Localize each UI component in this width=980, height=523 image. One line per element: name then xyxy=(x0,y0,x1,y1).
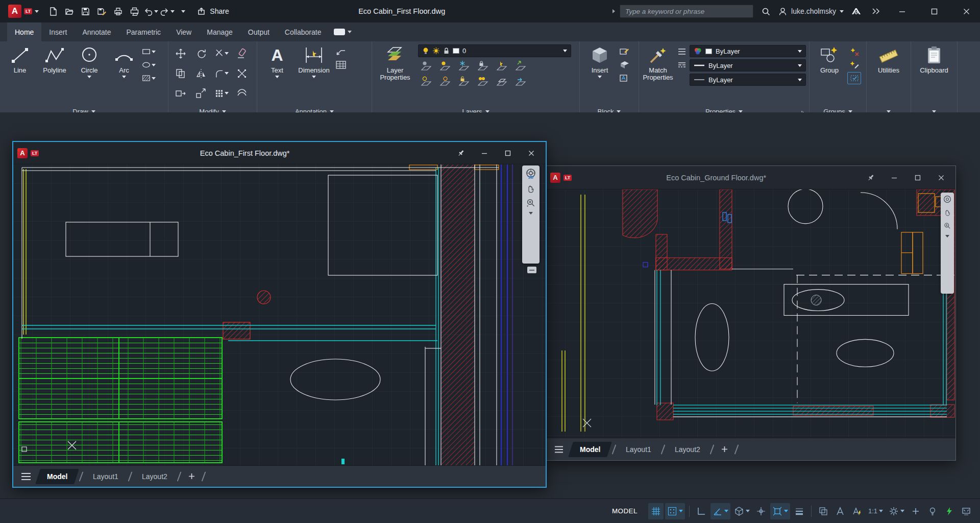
ellipse-tool-button[interactable] xyxy=(142,59,156,71)
window-pin-button[interactable] xyxy=(861,166,881,189)
drawing-canvas[interactable] xyxy=(546,189,955,438)
window-first-floor[interactable]: A LT Eco Cabin_First Floor.dwg* xyxy=(12,141,547,488)
layer-freeze-button[interactable] xyxy=(456,59,473,73)
trim-button[interactable] xyxy=(215,47,229,60)
layer-thaw-button[interactable] xyxy=(437,75,454,88)
clipboard-button[interactable]: Clipboard xyxy=(914,43,954,106)
tab-model[interactable]: Model xyxy=(568,442,612,457)
snap-mode-toggle[interactable] xyxy=(665,503,685,519)
plot-preview-button[interactable] xyxy=(127,4,142,19)
new-layout-button[interactable] xyxy=(184,469,199,484)
copy-button[interactable] xyxy=(174,67,188,80)
tab-layout1[interactable]: Layout1 xyxy=(84,470,128,483)
graphics-performance-button[interactable] xyxy=(942,503,957,519)
tab-insert[interactable]: Insert xyxy=(41,22,75,41)
array-button[interactable] xyxy=(215,87,229,100)
chevron-down-icon[interactable] xyxy=(275,76,279,78)
polyline-tool-button[interactable]: Polyline xyxy=(38,43,71,106)
tab-layout1[interactable]: Layout1 xyxy=(617,443,660,456)
search-button[interactable] xyxy=(758,4,773,19)
explode-button[interactable] xyxy=(235,67,249,80)
chevron-down-icon[interactable] xyxy=(122,76,126,78)
window-minimize-button[interactable] xyxy=(884,166,904,189)
linetype-list-icon[interactable] xyxy=(675,59,689,71)
tab-parametric[interactable]: Parametric xyxy=(118,22,168,41)
stretch-button[interactable] xyxy=(174,87,188,100)
model-space-button[interactable]: MODEL xyxy=(607,504,643,519)
utilities-button[interactable]: Utilities xyxy=(870,43,908,106)
copy-objects-to-layer-button[interactable] xyxy=(494,75,511,88)
app-maximize-button[interactable] xyxy=(920,0,948,22)
ribbon-display-toggle[interactable] xyxy=(334,22,352,41)
grid-display-toggle[interactable] xyxy=(648,503,664,519)
object-snap-tracking-toggle[interactable] xyxy=(753,503,769,519)
group-edit-button[interactable] xyxy=(847,59,861,71)
window-minimize-button[interactable] xyxy=(474,142,495,164)
match-properties-button[interactable]: Match Properties xyxy=(642,43,674,106)
group-button[interactable]: Group xyxy=(813,43,846,106)
navigation-bar[interactable]: 2D xyxy=(522,165,540,264)
drawing-canvas[interactable]: 2D xyxy=(13,164,546,465)
rotate-button[interactable] xyxy=(194,47,208,60)
application-menu-button[interactable]: A LT xyxy=(4,0,43,22)
polar-tracking-toggle[interactable] xyxy=(710,503,730,519)
leader-button[interactable] xyxy=(334,45,348,58)
lineweight-toggle[interactable] xyxy=(792,503,807,519)
isolate-objects-button[interactable] xyxy=(925,503,940,519)
expand-toolbar-icon[interactable] xyxy=(868,4,884,19)
table-button[interactable] xyxy=(334,59,348,71)
open-file-button[interactable] xyxy=(61,4,77,19)
turn-all-layers-on-button[interactable] xyxy=(475,75,492,88)
layer-lock-button[interactable] xyxy=(475,59,492,73)
window-maximize-button[interactable] xyxy=(908,166,928,189)
offset-button[interactable] xyxy=(235,87,249,100)
tab-collaborate[interactable]: Collaborate xyxy=(277,22,329,41)
annotation-scale-button[interactable]: 1:1 xyxy=(866,503,885,519)
search-input[interactable] xyxy=(620,5,753,18)
annotation-visibility-toggle[interactable] xyxy=(832,503,848,519)
layer-match-button[interactable] xyxy=(512,59,530,73)
layout-menu-icon[interactable] xyxy=(18,469,34,484)
fillet-button[interactable] xyxy=(215,67,229,80)
tab-home[interactable]: Home xyxy=(7,22,41,41)
layer-unisolate-button[interactable] xyxy=(418,75,435,88)
hatch-tool-button[interactable] xyxy=(142,72,156,84)
redo-button[interactable] xyxy=(159,4,175,19)
layer-off-button[interactable] xyxy=(418,59,435,73)
object-color-dropdown[interactable]: ByLayer xyxy=(690,45,806,57)
edit-attributes-button[interactable] xyxy=(618,45,631,58)
tab-manage[interactable]: Manage xyxy=(199,22,240,41)
autodesk-apps-button[interactable] xyxy=(848,4,864,19)
annotation-autoscale-toggle[interactable] xyxy=(849,503,865,519)
make-current-layer-button[interactable] xyxy=(494,59,511,73)
tab-layout2[interactable]: Layout2 xyxy=(666,443,709,456)
tab-view[interactable]: View xyxy=(168,22,199,41)
chevron-down-icon[interactable] xyxy=(87,76,91,78)
chevron-down-icon[interactable] xyxy=(312,76,316,78)
selection-cycling-toggle[interactable] xyxy=(816,503,831,519)
object-snap-toggle[interactable] xyxy=(770,503,790,519)
layer-properties-button[interactable]: Layer Properties xyxy=(375,43,415,106)
group-selection-toggle[interactable] xyxy=(847,72,861,84)
new-layout-button[interactable] xyxy=(717,442,732,457)
share-button[interactable]: Share xyxy=(197,7,229,16)
properties-list-icon[interactable] xyxy=(675,45,689,58)
window-close-button[interactable] xyxy=(521,142,542,164)
new-file-button[interactable] xyxy=(45,4,60,19)
dimension-tool-button[interactable]: Dimension xyxy=(295,43,333,106)
ortho-mode-toggle[interactable] xyxy=(694,503,709,519)
undo-button[interactable] xyxy=(143,4,158,19)
circle-tool-button[interactable]: Circle xyxy=(72,43,106,106)
qat-customize-button[interactable] xyxy=(176,4,191,19)
navbar-collapse-button[interactable] xyxy=(527,267,536,273)
linetype-dropdown[interactable]: ByLayer xyxy=(690,74,806,86)
save-button[interactable] xyxy=(78,4,93,19)
isometric-drafting-toggle[interactable] xyxy=(732,503,752,519)
layer-unlock-button[interactable] xyxy=(456,75,473,88)
mirror-button[interactable] xyxy=(194,67,208,80)
app-close-button[interactable] xyxy=(952,0,980,22)
app-minimize-button[interactable] xyxy=(888,0,916,22)
chevron-down-icon[interactable] xyxy=(529,212,533,215)
chevron-down-icon[interactable] xyxy=(598,76,602,78)
layer-isolate-button[interactable] xyxy=(437,59,454,73)
